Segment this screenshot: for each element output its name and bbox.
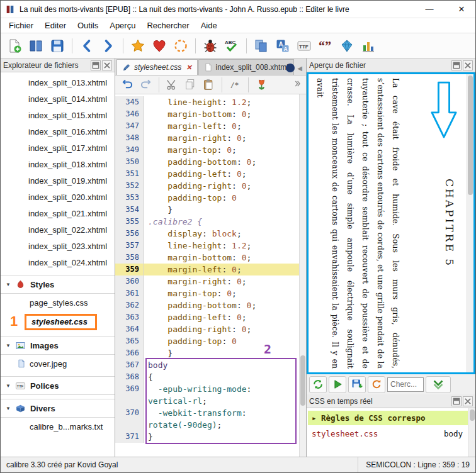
file-item[interactable]: index_split_014.xhtml	[1, 91, 115, 108]
ttf-button[interactable]: TTF	[294, 36, 314, 56]
heart-button[interactable]	[149, 36, 169, 56]
preview-search-input[interactable]	[387, 377, 424, 392]
code-text[interactable]: {	[144, 371, 299, 383]
close-button[interactable]: ✕	[448, 1, 475, 18]
tab-index_split_008.xhtml[interactable]: index_split_008.xhtml	[198, 59, 294, 75]
redo-button[interactable]	[137, 76, 154, 93]
file-item[interactable]: index_split_022.xhtml	[1, 222, 115, 238]
close-panel-icon[interactable]	[463, 60, 473, 70]
menu-item-aide[interactable]: Aide	[195, 19, 223, 32]
code-text[interactable]: padding-left: 0;	[144, 311, 299, 323]
code-text[interactable]: padding-left: 0;	[144, 168, 299, 180]
section-styles[interactable]: ▼Styles	[1, 275, 115, 294]
code-text[interactable]: }	[144, 204, 299, 216]
float-panel-icon[interactable]	[91, 60, 101, 70]
play-button[interactable]	[329, 376, 346, 393]
close-panel-icon[interactable]	[463, 396, 473, 406]
bug-button[interactable]	[200, 36, 220, 56]
file-item[interactable]: 1stylesheet.css	[1, 311, 115, 332]
tab-scroll-left-button[interactable]: ◀	[297, 65, 302, 72]
file-item[interactable]: cover.jpeg	[1, 355, 115, 372]
file-item[interactable]: index_split_018.xhtml	[1, 157, 115, 173]
cut-button[interactable]	[164, 76, 181, 93]
tab-stylesheet.css[interactable]: stylesheet.css✕	[116, 59, 198, 75]
paste-button[interactable]	[200, 76, 217, 93]
file-item[interactable]: index_split_016.xhtml	[1, 124, 115, 140]
menu-item-outils[interactable]: Outils	[72, 19, 104, 32]
preview-scrollbar-thumb[interactable]	[468, 75, 473, 195]
code-text[interactable]: padding-bottom: 0;	[144, 299, 299, 311]
toolbar-overflow-button[interactable]	[292, 79, 302, 91]
minimize-button[interactable]: —	[416, 1, 443, 18]
open-book-button[interactable]	[26, 36, 46, 56]
target-button[interactable]	[171, 36, 191, 56]
save-button[interactable]	[47, 36, 67, 56]
css-rule-file-link[interactable]: stylesheet.css	[312, 429, 378, 438]
reports-button[interactable]	[358, 36, 378, 56]
matching-rules-header[interactable]: ▸ Règles de CSS correspo	[308, 411, 468, 425]
file-item[interactable]: index_split_013.xhtml	[1, 75, 115, 91]
float-panel-icon[interactable]	[451, 60, 462, 70]
file-item[interactable]: index_split_015.xhtml	[1, 108, 115, 124]
close-panel-icon[interactable]	[102, 60, 112, 70]
live-css-scrollbar-thumb[interactable]	[470, 409, 475, 421]
section-divers[interactable]: ▼Divers	[1, 399, 115, 418]
menu-item-fichier[interactable]: Fichier	[3, 19, 39, 32]
float-panel-icon[interactable]	[451, 396, 462, 406]
reload-button[interactable]	[368, 376, 385, 393]
preview-dropdown-button[interactable]	[426, 376, 451, 393]
diamond-button[interactable]	[337, 36, 357, 56]
section-polices[interactable]: ▼TTFPolices	[1, 376, 115, 395]
file-item[interactable]: page_styles.css	[1, 294, 115, 311]
live-css-scrollbar[interactable]	[468, 408, 475, 457]
preview-scrollbar[interactable]	[467, 74, 473, 372]
code-text[interactable]: padding-right: 0;	[144, 323, 299, 335]
menu-item-aperçu[interactable]: Aperçu	[104, 19, 141, 32]
code-text[interactable]: padding-top: 0	[144, 335, 299, 347]
code-text[interactable]: padding-top: 0	[144, 192, 299, 204]
file-item[interactable]: index_split_023.xhtml	[1, 238, 115, 255]
code-text[interactable]: }	[144, 347, 299, 359]
code-text[interactable]: margin-top: 0;	[144, 144, 299, 156]
code-text[interactable]: margin-right: 0;	[144, 132, 299, 144]
code-text[interactable]: }	[144, 431, 299, 443]
forward-button[interactable]	[98, 36, 118, 56]
comment-button[interactable]: /*	[227, 76, 244, 93]
code-text[interactable]: -webkit-transform: rotate(-90deg);	[144, 407, 299, 431]
file-item[interactable]: index_split_024.xhtml	[1, 255, 115, 271]
undo-button[interactable]	[119, 76, 136, 93]
refresh-button[interactable]	[309, 376, 327, 393]
tab-list-button[interactable]	[286, 64, 295, 72]
code-text[interactable]: -epub-writing-mode: vertical-rl;	[144, 383, 299, 407]
tab-close-icon[interactable]: ✕	[186, 64, 191, 72]
code-text[interactable]: display: block;	[144, 228, 299, 240]
preview-pane[interactable]: CHAPITRE 5 La cave était froide et humid…	[307, 72, 475, 374]
files-stack-button[interactable]	[251, 36, 271, 56]
code-area[interactable]: 345 line-height: 1.2;346 margin-bottom: …	[115, 94, 299, 457]
code-text[interactable]: line-height: 1.2;	[144, 240, 299, 252]
copy-button[interactable]	[182, 76, 199, 93]
file-item[interactable]: index_split_019.xhtml	[1, 173, 115, 189]
back-button[interactable]	[77, 36, 97, 56]
quotes-button[interactable]: “”	[315, 36, 336, 56]
code-text[interactable]: margin-bottom: 0;	[144, 252, 299, 264]
editor-scrollbar-thumb[interactable]	[300, 355, 305, 406]
code-text[interactable]: padding-right: 0;	[144, 180, 299, 192]
code-text[interactable]: padding-bottom: 0;	[144, 156, 299, 168]
code-text[interactable]: margin-top: 0;	[144, 287, 299, 299]
menu-item-editer[interactable]: Editer	[39, 19, 72, 32]
editor-scrollbar[interactable]	[299, 94, 306, 457]
code-text[interactable]: margin-bottom: 0;	[144, 108, 299, 120]
code-text[interactable]: body	[144, 359, 299, 371]
menu-item-rechercher[interactable]: Rechercher	[141, 19, 195, 32]
star-button[interactable]	[128, 36, 148, 56]
file-item[interactable]: index_split_017.xhtml	[1, 140, 115, 157]
code-text[interactable]: line-height: 1.2;	[144, 96, 299, 108]
spellcheck-button[interactable]: ABC	[222, 36, 242, 56]
section-images[interactable]: ▼Images	[1, 336, 115, 355]
code-text[interactable]: margin-left: 0;	[144, 264, 299, 275]
file-item[interactable]: calibre_b...marks.txt	[1, 418, 115, 435]
file-item[interactable]: index_split_021.xhtml	[1, 206, 115, 222]
code-text[interactable]: margin-left: 0;	[144, 120, 299, 132]
new-file-button[interactable]	[4, 36, 25, 56]
